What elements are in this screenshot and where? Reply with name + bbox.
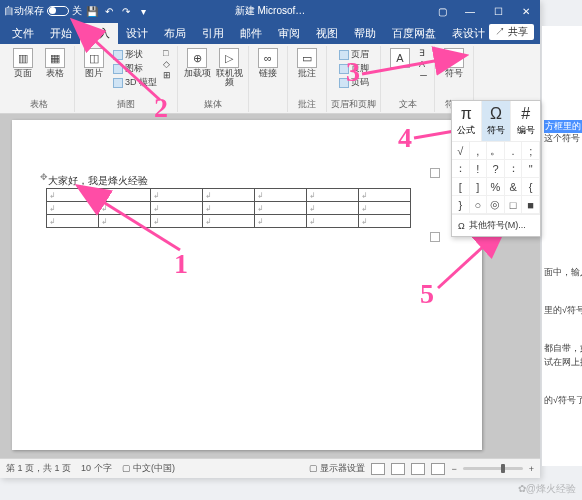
number-tab[interactable]: #编号 bbox=[511, 101, 540, 141]
symbol-cell[interactable]: ■ bbox=[522, 196, 540, 214]
tab-layout[interactable]: 布局 bbox=[156, 23, 194, 44]
symbol-cell[interactable]: ○ bbox=[470, 196, 488, 214]
qat-dropdown-icon[interactable]: ▾ bbox=[136, 4, 150, 18]
symbol-cell[interactable]: & bbox=[505, 178, 523, 196]
table-cell[interactable]: ↲ bbox=[151, 202, 203, 215]
dropcap-button[interactable]: ⸺ bbox=[417, 70, 430, 80]
document-text[interactable]: 大家好，我是烽火经验 bbox=[48, 174, 148, 188]
tab-tabledesign[interactable]: 表设计 bbox=[444, 23, 493, 44]
3dmodel-button[interactable]: 3D 模型 bbox=[111, 76, 159, 89]
table-cell[interactable]: ↲ bbox=[47, 202, 99, 215]
symbol-cell[interactable]: , bbox=[470, 142, 488, 160]
read-view-icon[interactable] bbox=[391, 463, 405, 475]
tab-view[interactable]: 视图 bbox=[308, 23, 346, 44]
symbol-cell[interactable]: √ bbox=[452, 142, 470, 160]
language-indicator[interactable]: ▢ 中文(中国) bbox=[122, 462, 176, 475]
table-cell[interactable]: ↲ bbox=[307, 189, 359, 202]
symbol-cell[interactable]: ◎ bbox=[487, 196, 505, 214]
maximize-button[interactable]: ☐ bbox=[484, 0, 512, 22]
table-cell[interactable]: ↲ bbox=[47, 215, 99, 228]
symbol-cell[interactable]: ： bbox=[452, 160, 470, 178]
zoom-in-button[interactable]: + bbox=[529, 464, 534, 474]
screenshot-button[interactable]: ⊞ bbox=[161, 70, 173, 80]
chart-button[interactable]: ◇ bbox=[161, 59, 173, 69]
web-view-icon[interactable] bbox=[431, 463, 445, 475]
close-button[interactable]: ✕ bbox=[512, 0, 540, 22]
table-cell[interactable]: ↲ bbox=[307, 202, 359, 215]
share-button[interactable]: ↗ 共享 bbox=[489, 24, 534, 40]
symbol-cell[interactable]: { bbox=[522, 178, 540, 196]
table-cell[interactable]: ↲ bbox=[99, 215, 151, 228]
quickparts-button[interactable]: ∃ bbox=[417, 48, 430, 58]
symbol-cell[interactable]: . bbox=[505, 142, 523, 160]
symbol-cell[interactable]: [ bbox=[452, 178, 470, 196]
tab-baidu[interactable]: 百度网盘 bbox=[384, 23, 444, 44]
video-button[interactable]: ▷联机视频 bbox=[214, 48, 244, 87]
table-cell[interactable]: ↲ bbox=[203, 202, 255, 215]
symbol-cell[interactable]: ; bbox=[522, 142, 540, 160]
symbol-button[interactable]: Ω符号 bbox=[439, 48, 469, 78]
undo-icon[interactable]: ↶ bbox=[102, 4, 116, 18]
symbol-cell[interactable]: ? bbox=[487, 160, 505, 178]
table-cell[interactable]: ↲ bbox=[203, 215, 255, 228]
table-cell[interactable]: ↲ bbox=[99, 202, 151, 215]
table-move-handle[interactable]: ✥ bbox=[40, 172, 48, 182]
ribbon-options-icon[interactable]: ▢ bbox=[428, 0, 456, 22]
addins-button[interactable]: ⊕加载项 bbox=[182, 48, 212, 78]
table-cell[interactable]: ↲ bbox=[151, 215, 203, 228]
print-view-icon[interactable] bbox=[411, 463, 425, 475]
symbol-cell[interactable]: ： bbox=[505, 160, 523, 178]
wordart-button[interactable]: A bbox=[417, 59, 430, 69]
table-button[interactable]: ▦表格 bbox=[40, 48, 70, 78]
zoom-out-button[interactable]: − bbox=[451, 464, 456, 474]
tab-help[interactable]: 帮助 bbox=[346, 23, 384, 44]
table-cell[interactable]: ↲ bbox=[255, 202, 307, 215]
pages-button[interactable]: ▥页面 bbox=[8, 48, 38, 78]
word-count[interactable]: 10 个字 bbox=[81, 462, 112, 475]
table-cell[interactable]: ↲ bbox=[359, 215, 411, 228]
symbol-cell[interactable]: % bbox=[487, 178, 505, 196]
tab-insert[interactable]: 插入 bbox=[80, 23, 118, 44]
focus-view-icon[interactable] bbox=[371, 463, 385, 475]
table-cell[interactable]: ↲ bbox=[47, 189, 99, 202]
smartart-button[interactable]: □ bbox=[161, 48, 173, 58]
tab-home[interactable]: 开始 bbox=[42, 23, 80, 44]
page-count[interactable]: 第 1 页，共 1 页 bbox=[6, 462, 71, 475]
link-button[interactable]: ∞链接 bbox=[253, 48, 283, 78]
symbol-cell[interactable]: ! bbox=[470, 160, 488, 178]
table-corner-br[interactable] bbox=[430, 232, 440, 242]
display-settings[interactable]: ▢ 显示器设置 bbox=[309, 462, 366, 475]
table-cell[interactable]: ↲ bbox=[99, 189, 151, 202]
symbol-cell[interactable]: □ bbox=[505, 196, 523, 214]
picture-button[interactable]: ◫图片 bbox=[79, 48, 109, 78]
tab-mail[interactable]: 邮件 bbox=[232, 23, 270, 44]
symbol-cell[interactable]: " bbox=[522, 160, 540, 178]
symbol-cell[interactable]: ] bbox=[470, 178, 488, 196]
tab-references[interactable]: 引用 bbox=[194, 23, 232, 44]
table-cell[interactable]: ↲ bbox=[151, 189, 203, 202]
symbol-tab[interactable]: Ω符号 bbox=[482, 101, 512, 141]
textbox-button[interactable]: A bbox=[385, 48, 415, 68]
equation-tab[interactable]: π公式 bbox=[452, 101, 482, 141]
table-corner-tr[interactable] bbox=[430, 168, 440, 178]
shapes-button[interactable]: 形状 bbox=[111, 48, 159, 61]
more-symbols-button[interactable]: Ω其他符号(M)... bbox=[452, 214, 540, 236]
zoom-slider[interactable] bbox=[463, 467, 523, 470]
minimize-button[interactable]: — bbox=[456, 0, 484, 22]
document-table[interactable]: ↲↲↲↲↲↲↲ ↲↲↲↲↲↲↲ ↲↲↲↲↲↲↲ bbox=[46, 188, 411, 228]
table-cell[interactable]: ↲ bbox=[307, 215, 359, 228]
table-cell[interactable]: ↲ bbox=[255, 189, 307, 202]
redo-icon[interactable]: ↷ bbox=[119, 4, 133, 18]
tab-file[interactable]: 文件 bbox=[4, 23, 42, 44]
table-cell[interactable]: ↲ bbox=[203, 189, 255, 202]
tab-design[interactable]: 设计 bbox=[118, 23, 156, 44]
save-icon[interactable]: 💾 bbox=[85, 4, 99, 18]
icons-button[interactable]: 图标 bbox=[111, 62, 159, 75]
comment-button[interactable]: ▭批注 bbox=[292, 48, 322, 78]
autosave-toggle[interactable]: 自动保存 关 bbox=[4, 4, 82, 18]
table-cell[interactable]: ↲ bbox=[255, 215, 307, 228]
table-cell[interactable]: ↲ bbox=[359, 202, 411, 215]
tab-review[interactable]: 审阅 bbox=[270, 23, 308, 44]
symbol-cell[interactable]: } bbox=[452, 196, 470, 214]
table-cell[interactable]: ↲ bbox=[359, 189, 411, 202]
